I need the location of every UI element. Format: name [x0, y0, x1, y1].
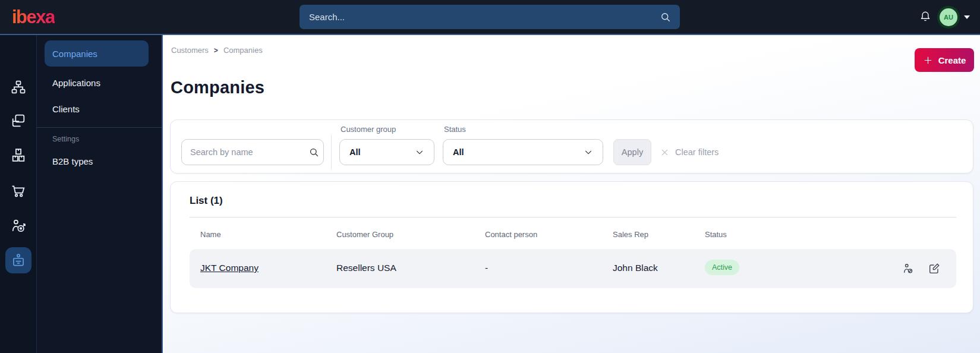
avatar-initials: AU — [940, 8, 957, 26]
status-dropdown[interactable]: All — [443, 139, 603, 165]
main-content: Customers > Companies Create Companies — [164, 35, 980, 353]
customer-group-value: All — [349, 147, 361, 157]
customer-group-label: Customer group — [341, 125, 396, 134]
sidebar-section-settings: Settings — [52, 135, 79, 143]
status-label: Status — [444, 125, 466, 134]
table-row: JKT Company Resellers USA - John Black A… — [190, 249, 956, 288]
column-header-customer-group: Customer Group — [336, 230, 393, 239]
create-button-label: Create — [938, 55, 966, 65]
column-header-contact-person: Contact person — [485, 230, 537, 239]
sidebar-item-clients[interactable]: Clients — [52, 104, 80, 114]
sidebar-item-b2b-types[interactable]: B2B types — [52, 156, 93, 166]
plus-icon — [923, 55, 933, 65]
filter-search-input[interactable] — [182, 147, 308, 157]
list-divider — [190, 217, 956, 218]
ibexa-logo: ibexa — [12, 7, 55, 28]
apply-button[interactable]: Apply — [613, 139, 651, 165]
breadcrumb-companies[interactable]: Companies — [223, 46, 263, 55]
column-header-name: Name — [200, 230, 221, 239]
sidebar-item-label: Companies — [52, 49, 97, 59]
sidebar-menu: Companies Applications Clients Settings … — [37, 35, 163, 353]
chevron-down-icon — [584, 147, 593, 157]
global-search[interactable] — [300, 5, 680, 29]
pages-icon[interactable] — [10, 112, 27, 129]
edit-icon[interactable] — [928, 262, 941, 275]
sidebar-item-companies[interactable]: Companies — [45, 40, 149, 67]
clear-filters-label: Clear filters — [675, 147, 719, 157]
chevron-down-icon — [415, 147, 424, 157]
customer-target-icon[interactable] — [10, 218, 27, 234]
content-tree-icon[interactable] — [10, 79, 27, 96]
clear-filters-button[interactable]: Clear filters — [660, 139, 719, 165]
customer-group-dropdown[interactable]: All — [339, 139, 434, 165]
column-header-status: Status — [705, 230, 727, 239]
global-search-input[interactable] — [300, 12, 660, 22]
breadcrumb-separator: > — [214, 46, 218, 55]
sidebar-item-applications[interactable]: Applications — [52, 78, 100, 88]
company-name-link[interactable]: JKT Company — [200, 263, 259, 273]
breadcrumb: Customers > Companies — [171, 46, 263, 55]
page-title: Companies — [171, 78, 264, 97]
products-boxes-icon[interactable] — [10, 147, 27, 163]
filter-search-field[interactable] — [181, 139, 324, 165]
cart-icon[interactable] — [10, 182, 27, 199]
sales-rep-cell: John Black — [613, 263, 658, 273]
filter-divider — [331, 135, 332, 169]
deactivate-user-icon[interactable] — [902, 262, 915, 275]
create-button[interactable]: Create — [915, 48, 974, 72]
list-card: List (1) Name Customer Group Contact per… — [170, 181, 973, 313]
notification-bell-icon[interactable] — [919, 10, 932, 24]
column-header-sales-rep: Sales Rep — [613, 230, 648, 239]
company-badge-icon-active[interactable] — [5, 247, 31, 273]
caret-down-icon[interactable] — [964, 15, 970, 19]
breadcrumb-customers[interactable]: Customers — [171, 46, 209, 55]
search-icon — [660, 11, 672, 23]
search-icon — [308, 147, 320, 158]
close-icon — [660, 148, 669, 157]
top-bar: ibexa AU — [0, 0, 980, 35]
filters-card: Customer group All Status All Apply — [170, 119, 973, 174]
user-avatar[interactable]: AU — [937, 6, 960, 29]
status-badge: Active — [705, 260, 739, 275]
contact-person-cell: - — [485, 263, 488, 273]
list-title: List (1) — [190, 195, 223, 207]
customer-group-cell: Resellers USA — [336, 263, 396, 273]
status-value: All — [453, 147, 464, 157]
sidebar-icon-rail — [0, 35, 37, 353]
sidebar-divider — [37, 127, 162, 128]
app-window: ibexa AU — [0, 0, 980, 353]
